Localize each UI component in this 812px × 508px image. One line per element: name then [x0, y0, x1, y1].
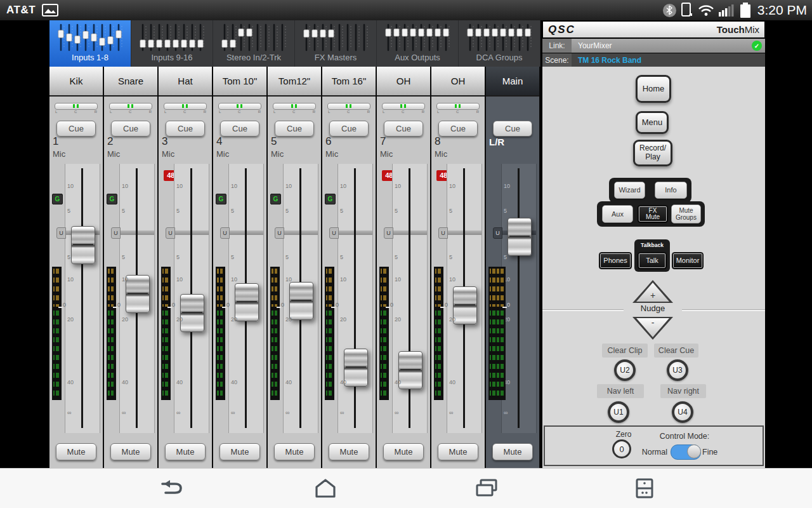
zero-button[interactable]: 0 — [612, 439, 631, 458]
fader-slot-line — [354, 168, 356, 428]
meter-zero-tick — [386, 307, 390, 308]
mute-button[interactable]: Mute — [56, 443, 96, 460]
fader-handle[interactable] — [180, 294, 204, 332]
pan-scale: LCR — [55, 110, 98, 114]
back-button[interactable] — [156, 476, 184, 500]
pan-indicator[interactable] — [382, 103, 425, 110]
channel-type-label: Mic — [325, 149, 338, 159]
cue-button[interactable]: Cue — [275, 121, 314, 137]
mute-button[interactable]: Mute — [110, 443, 151, 460]
pan-indicator[interactable] — [218, 103, 261, 110]
cue-button[interactable]: Cue — [438, 121, 478, 137]
channel-name-button[interactable]: Main — [486, 67, 539, 97]
pan-indicator[interactable] — [436, 103, 480, 110]
tab-inputs-1-8[interactable]: Inputs 1-8 — [49, 20, 131, 67]
channel-number: 5 — [271, 135, 277, 148]
menu-button[interactable]: Menu — [636, 111, 669, 134]
pan-indicator[interactable] — [164, 103, 207, 110]
meter-zero-tick — [113, 307, 117, 308]
mute-button[interactable]: Mute — [219, 443, 260, 460]
pan-indicator[interactable] — [273, 103, 316, 110]
home-nav-button[interactable] — [311, 476, 339, 500]
link-row[interactable]: Link: YourMixer ✓ — [542, 39, 765, 53]
channel-name-button[interactable]: OH — [431, 67, 485, 97]
mute-button[interactable]: Mute — [274, 443, 315, 460]
mute-button[interactable]: Mute — [438, 443, 478, 460]
control-mode-toggle[interactable] — [671, 444, 701, 460]
fader-track[interactable]: U 1055102040∞ — [174, 164, 209, 433]
fader-track[interactable]: U 1055102040∞ — [65, 164, 100, 433]
channel-name-button[interactable]: Tom 16" — [322, 67, 376, 97]
cue-button[interactable]: Cue — [384, 121, 423, 137]
aux-button[interactable]: Aux — [602, 205, 633, 223]
user-button-u4[interactable]: U4 — [672, 401, 693, 423]
fader-track[interactable]: U 1055102040∞ — [228, 164, 264, 433]
cue-button[interactable]: Cue — [111, 121, 150, 137]
cue-button[interactable]: Cue — [329, 121, 369, 137]
channel-number: 3 — [162, 135, 167, 148]
fader-handle[interactable] — [344, 349, 368, 387]
monitor-button[interactable]: Monitor — [672, 252, 704, 269]
info-button[interactable]: Info — [655, 182, 687, 199]
cue-button[interactable]: Cue — [166, 121, 205, 137]
talkback-label: Talkback — [634, 242, 670, 248]
fader-track[interactable]: U 1055102040∞ — [447, 164, 482, 433]
channel-name-button[interactable]: OH — [377, 67, 430, 97]
nudge-down-button[interactable]: - — [632, 317, 673, 340]
fader-track[interactable]: U 1055102040∞ — [337, 164, 373, 433]
toggle-knob[interactable] — [687, 444, 701, 458]
mute-button[interactable]: Mute — [492, 443, 533, 460]
level-meter — [107, 267, 116, 400]
fader-handle[interactable] — [453, 286, 477, 324]
nudge-up-button[interactable]: + — [632, 280, 673, 303]
pan-indicator[interactable] — [55, 103, 98, 110]
fader-track[interactable]: U 1055102040∞ — [392, 164, 428, 433]
fader-scale-label: 40 — [285, 379, 292, 385]
channel-name-button[interactable]: Tom12" — [268, 67, 321, 97]
pan-indicator[interactable] — [109, 103, 152, 110]
channel-name-button[interactable]: Kik — [49, 67, 103, 97]
meter-zero-tick — [58, 307, 63, 308]
mute-button[interactable]: Mute — [329, 443, 369, 460]
fader-track[interactable]: U 1055102040∞ — [501, 164, 537, 433]
fader-track[interactable]: U 1055102040∞ — [283, 164, 318, 433]
tab-fx-masters[interactable]: FX Masters — [295, 20, 377, 67]
fx-mute-button[interactable]: FXMute — [638, 205, 668, 223]
fader-handle[interactable] — [398, 351, 422, 389]
wizard-button[interactable]: Wizard — [614, 182, 645, 199]
unity-tab: U — [329, 227, 339, 239]
cue-button[interactable]: Cue — [56, 121, 96, 137]
fader-handle[interactable] — [71, 226, 95, 264]
fader-handle[interactable] — [126, 275, 150, 313]
tab-stereo-in-2-trk[interactable]: Stereo In/2-Trk — [213, 20, 295, 67]
cue-button[interactable]: Cue — [220, 121, 259, 137]
fader-handle[interactable] — [289, 282, 313, 320]
phones-button[interactable]: Phones — [599, 252, 632, 269]
recents-button[interactable] — [473, 476, 501, 500]
channel-number: 6 — [325, 135, 331, 148]
pan-indicator[interactable] — [327, 103, 370, 110]
scene-row[interactable]: Scene: TM 16 Rock Band — [542, 53, 765, 67]
cue-button[interactable]: Cue — [493, 121, 532, 137]
tab-dca-groups[interactable]: DCA Groups — [459, 20, 540, 67]
mute-button[interactable]: Mute — [383, 443, 424, 460]
user-button-u3[interactable]: U3 — [667, 359, 688, 381]
fader-handle[interactable] — [508, 218, 532, 256]
user-button-u2[interactable]: U2 — [614, 359, 636, 381]
tab-inputs-9-16[interactable]: Inputs 9-16 — [131, 20, 213, 67]
level-meter — [434, 267, 443, 400]
mute-button[interactable]: Mute — [165, 443, 206, 460]
home-button[interactable]: Home — [636, 75, 671, 103]
tab-aux-outputs[interactable]: Aux Outputs — [377, 20, 459, 67]
dual-window-button[interactable] — [631, 476, 658, 500]
user-button-u1[interactable]: U1 — [608, 401, 629, 423]
fader-handle[interactable] — [235, 283, 259, 321]
channel-name-button[interactable]: Tom 10" — [213, 67, 266, 97]
channel-name-button[interactable]: Hat — [159, 67, 212, 97]
mute-groups-line1: Mute — [679, 207, 693, 214]
channel-name-button[interactable]: Snare — [104, 67, 157, 97]
talk-button[interactable]: Talk — [638, 252, 667, 269]
mute-groups-button[interactable]: MuteGroups — [671, 204, 701, 224]
fader-track[interactable]: U 1055102040∞ — [119, 164, 155, 433]
record-play-button[interactable]: Record/Play — [633, 140, 672, 166]
